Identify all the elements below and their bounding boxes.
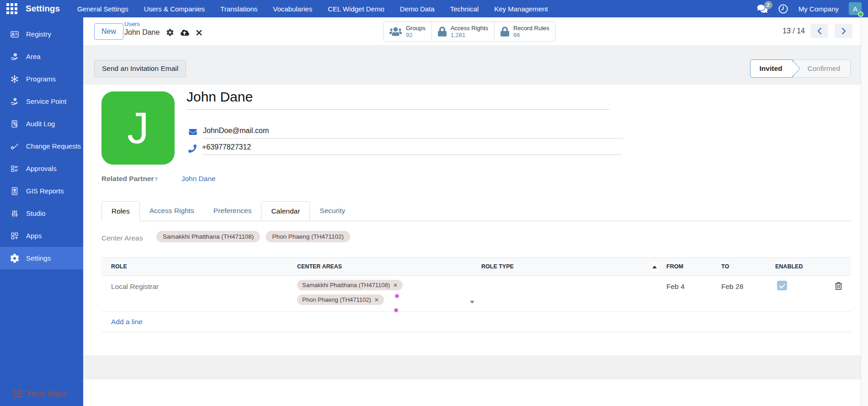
center-area-tag[interactable]: Samakkhi Phatthana (TH471108) (156, 231, 260, 242)
phone-row: +63977827312 (188, 143, 622, 155)
sidebar-label: Service Point (26, 97, 66, 105)
stat-button-access-rights[interactable]: Access Rights 1,281 (431, 22, 494, 41)
messages-button[interactable]: 2 (757, 4, 768, 13)
menu-technical[interactable]: Technical (450, 5, 479, 13)
pager-previous-button[interactable] (810, 24, 828, 38)
status-step-invited[interactable]: Invited (750, 59, 794, 78)
help-marker: ? (155, 176, 158, 182)
row-center-area-tag[interactable]: Phon Phaeng (TH471102)✕ (297, 294, 384, 305)
column-header-role[interactable]: ROLE (111, 263, 127, 270)
center-area-tag[interactable]: Phon Phaeng (TH471102) (266, 231, 350, 242)
sidebar-item-service-point[interactable]: Service Point (0, 90, 83, 112)
avatar-initial: J (127, 106, 149, 150)
menu-key-management[interactable]: Key Management (494, 5, 548, 13)
user-menu-avatar[interactable]: A (849, 2, 862, 15)
stat-button-record-rules[interactable]: Record Rules 66 (494, 22, 555, 41)
statusbar: Invited Confirmed (750, 59, 851, 78)
tab-roles[interactable]: Roles (101, 201, 140, 221)
menu-cel-widget-demo[interactable]: CEL Widget Demo (328, 5, 384, 13)
sidebar-item-area[interactable]: Area (0, 45, 83, 68)
vertical-scrollbar[interactable] (861, 17, 868, 406)
stat-button-box: Groups 92 Access Rights 1,281 Record Rul… (383, 21, 556, 42)
studio-highlight-dot (395, 294, 399, 298)
name-field[interactable]: John Dane (186, 89, 609, 110)
id-card-icon (10, 30, 19, 39)
user-photo-avatar[interactable]: J (101, 91, 175, 165)
stat-button-groups[interactable]: Groups 92 (383, 22, 431, 41)
sidebar-label: GIS Reports (26, 187, 64, 195)
sidebar-item-change-requests[interactable]: Change Requests (0, 135, 83, 157)
tag-remove-icon[interactable]: ✕ (374, 297, 379, 303)
tab-preferences[interactable]: Preferences (204, 201, 261, 221)
top-navbar: Settings General Settings Users & Compan… (0, 0, 868, 17)
menu-general-settings[interactable]: General Settings (77, 5, 128, 13)
phone-icon (188, 144, 197, 153)
tag-text: Phon Phaeng (TH471102) (302, 296, 371, 303)
column-header-center-areas[interactable]: CENTER AREAS (297, 263, 342, 270)
add-a-line-link[interactable]: Add a line (111, 318, 143, 326)
tab-access-rights[interactable]: Access Rights (140, 201, 204, 221)
logo-text: Your logo (26, 389, 66, 399)
sidebar-item-studio[interactable]: Studio (0, 202, 83, 224)
email-field[interactable]: JohnDoe@mail.com (203, 127, 623, 139)
related-partner-label: Related Partner (101, 175, 154, 183)
column-header-role-type[interactable]: ROLE TYPE (481, 263, 514, 270)
logo-grid-icon (14, 390, 22, 398)
sidebar-item-gis-reports[interactable]: GIS Reports (0, 180, 83, 202)
sidebar-label: Audit Log (26, 120, 55, 128)
stat-label: Record Rules (513, 25, 549, 32)
column-header-to[interactable]: TO (721, 263, 729, 270)
clipboard-search-icon (10, 119, 19, 128)
pager-next-button[interactable] (835, 24, 852, 38)
sidebar-item-approvals[interactable]: Approvals (0, 157, 83, 180)
sidebar-item-programs[interactable]: Programs (0, 68, 83, 90)
delete-row-trash-icon[interactable] (835, 282, 842, 290)
menu-demo-data[interactable]: Demo Data (400, 5, 435, 13)
enabled-checkbox[interactable] (777, 281, 787, 290)
breadcrumb-users-link[interactable]: Users (124, 21, 202, 27)
apps-plus-icon (10, 231, 19, 240)
envelope-icon (188, 128, 197, 136)
from-date-cell[interactable]: Feb 4 (666, 283, 685, 291)
row-center-area-tag[interactable]: Samakkhi Phatthana (TH471108)✕ (297, 280, 403, 290)
menu-vocabularies[interactable]: Vocabularies (273, 5, 312, 13)
messages-badge: 2 (764, 1, 772, 9)
sidebar-label: Registry (26, 30, 51, 38)
tag-remove-icon[interactable]: ✕ (393, 282, 398, 288)
sidebar-item-audit-log[interactable]: Audit Log (0, 112, 83, 135)
sidebar-item-settings[interactable]: Settings (0, 247, 83, 269)
dev-gear-icon[interactable] (166, 29, 174, 36)
menu-translations[interactable]: Translations (220, 5, 257, 13)
sidebar-label: Studio (26, 209, 46, 217)
users-icon (389, 27, 402, 37)
apps-grid-icon[interactable] (6, 3, 17, 14)
menu-users-companies[interactable]: Users & Companies (144, 5, 205, 13)
status-step-confirmed[interactable]: Confirmed (794, 60, 851, 77)
send-invitation-button[interactable]: Send an Invitation Email (94, 60, 186, 77)
to-date-cell[interactable]: Feb 28 (721, 283, 743, 291)
kanban-list-icon (10, 164, 19, 173)
company-switcher[interactable]: My Company (799, 5, 839, 13)
dropdown-caret-icon[interactable] (470, 301, 474, 304)
sidebar-item-apps[interactable]: Apps (0, 224, 83, 247)
tab-security[interactable]: Security (310, 201, 355, 221)
discard-x-icon[interactable] (196, 30, 202, 36)
role-cell[interactable]: Local Registrar (111, 283, 159, 291)
breadcrumb: Users John Dane (124, 21, 202, 37)
notebook-tabs: Roles Access Rights Preferences Calendar… (101, 201, 851, 221)
sidebar-label: Change Requests (26, 142, 81, 150)
control-panel: New Users John Dane Groups 92 (83, 17, 861, 46)
column-header-from[interactable]: FROM (666, 263, 683, 270)
sidebar-item-registry[interactable]: Registry (0, 23, 83, 45)
stat-value: 92 (406, 32, 426, 38)
new-button[interactable]: New (94, 23, 123, 40)
phone-field[interactable]: +63977827312 (202, 143, 622, 155)
activities-clock-icon[interactable] (778, 4, 788, 14)
column-header-enabled[interactable]: ENABLED (775, 263, 803, 270)
related-partner-link[interactable]: John Dane (181, 175, 216, 183)
sidebar-label: Apps (26, 232, 42, 240)
tab-calendar[interactable]: Calendar (261, 201, 310, 221)
save-cloud-icon[interactable] (181, 29, 189, 36)
map-report-icon (10, 187, 19, 196)
app-title[interactable]: Settings (26, 4, 60, 14)
